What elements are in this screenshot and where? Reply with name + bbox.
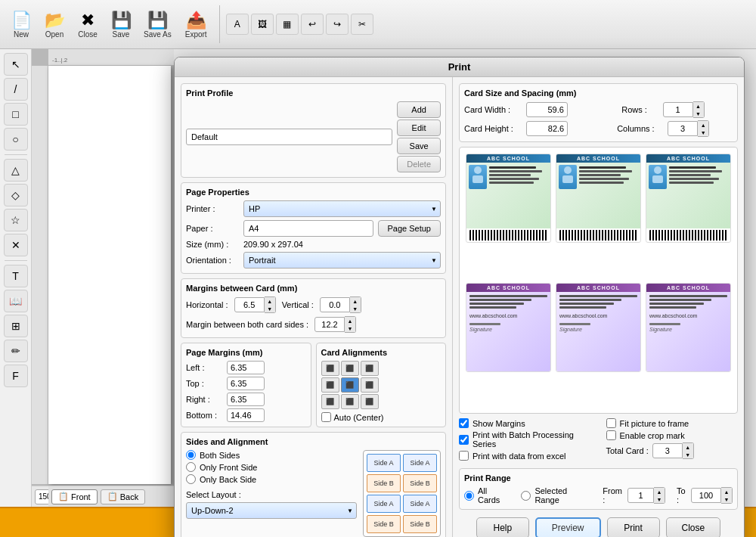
bottom-input[interactable] (227, 408, 265, 422)
delete-profile-btn[interactable]: Delete (397, 156, 441, 172)
rect-tool[interactable]: □ (4, 103, 28, 126)
vertical-up[interactable]: ▲ (350, 297, 361, 305)
preview-card-front-2: ABC SCHOOL (556, 154, 641, 243)
font-tool[interactable]: F (4, 365, 28, 387)
margin-both-input[interactable] (314, 317, 345, 332)
line-tool[interactable]: / (4, 78, 28, 101)
pen-tool[interactable]: ✏ (4, 340, 28, 362)
star-tool[interactable]: ☆ (4, 209, 28, 231)
horizontal-down[interactable]: ▼ (265, 305, 275, 312)
rows-input[interactable] (663, 102, 693, 117)
layout-preview: Side A Side A Side B Side B Side A Side … (363, 450, 441, 537)
open-label: Open (45, 30, 64, 39)
preview-btn[interactable]: Preview (535, 517, 601, 537)
right-input[interactable] (227, 393, 265, 406)
add-profile-btn[interactable]: Add (397, 101, 441, 118)
all-cards-radio[interactable] (464, 491, 474, 501)
card-width-input[interactable] (526, 102, 568, 117)
total-up[interactable]: ▲ (683, 443, 693, 451)
print-batch-cb[interactable] (459, 435, 469, 445)
paper-input[interactable] (243, 220, 373, 237)
bottom-label: Bottom : (186, 411, 224, 420)
total-down[interactable]: ▼ (683, 451, 693, 458)
both-sides-radio[interactable] (186, 450, 196, 460)
from-down[interactable]: ▼ (654, 495, 665, 503)
crop-tool[interactable]: ✂ (351, 14, 373, 35)
print-btn[interactable]: Print (607, 517, 660, 537)
margin-both-up[interactable]: ▲ (345, 317, 355, 324)
open-button[interactable]: 📂 Open (39, 8, 70, 42)
redo-tool[interactable]: ↪ (326, 14, 349, 35)
print-profile-section: Print Profile Add Edit Save Delete (181, 83, 446, 178)
new-button[interactable]: 📄 New (6, 8, 36, 42)
page-setup-btn[interactable]: Page Setup (378, 220, 442, 237)
tab-front[interactable]: 📋 Front (51, 489, 98, 504)
save-profile-btn[interactable]: Save (397, 138, 441, 154)
table-tool[interactable]: ⊞ (4, 315, 28, 337)
save-as-button[interactable]: 💾 Save As (139, 8, 176, 42)
left-input[interactable] (227, 361, 265, 374)
align-bc[interactable]: ⬛ (341, 394, 359, 409)
auto-center-cb[interactable] (321, 412, 331, 422)
barcode-tool[interactable]: ▦ (276, 14, 299, 35)
from-input[interactable] (627, 488, 654, 503)
align-bl[interactable]: ⬛ (321, 394, 339, 409)
to-up[interactable]: ▲ (721, 488, 732, 495)
selected-range-radio[interactable] (521, 491, 531, 501)
align-tc[interactable]: ⬛ (341, 361, 359, 376)
close-dialog-btn[interactable]: Close (666, 517, 721, 537)
close-button[interactable]: ✖ Close (73, 8, 103, 42)
to-input[interactable] (691, 488, 721, 503)
book-tool[interactable]: 📖 (4, 290, 28, 312)
margin-both-down[interactable]: ▼ (345, 324, 355, 332)
rows-up[interactable]: ▲ (693, 102, 704, 110)
layout-card-b1: Side B (367, 474, 401, 492)
align-mc[interactable]: ⬛ (341, 377, 359, 393)
from-up[interactable]: ▲ (654, 488, 665, 495)
diamond-tool[interactable]: ◇ (4, 184, 28, 206)
columns-input[interactable] (668, 121, 698, 136)
save-button[interactable]: 💾 Save (106, 8, 136, 42)
cols-down[interactable]: ▼ (698, 129, 708, 136)
printer-label: Printer : (186, 204, 239, 213)
new-icon: 📄 (11, 11, 32, 30)
triangle-tool[interactable]: △ (4, 159, 28, 182)
align-mr[interactable]: ⬛ (361, 377, 379, 393)
rows-down[interactable]: ▼ (693, 110, 704, 117)
export-button[interactable]: 📤 Export (179, 8, 213, 42)
text-tool-left[interactable]: T (4, 265, 28, 287)
total-card-input[interactable] (652, 443, 683, 458)
image-tool[interactable]: 🖼 (251, 14, 274, 35)
undo-tool[interactable]: ↩ (301, 14, 324, 35)
print-excel-cb[interactable] (459, 451, 469, 461)
front-only-radio[interactable] (186, 462, 196, 472)
edit-profile-btn[interactable]: Edit (397, 120, 441, 136)
align-br[interactable]: ⬛ (361, 394, 379, 409)
card-height-input[interactable] (526, 121, 568, 136)
cols-up[interactable]: ▲ (698, 121, 708, 129)
top-input[interactable] (227, 377, 265, 390)
vertical-down[interactable]: ▼ (350, 305, 361, 312)
orientation-select[interactable]: Portrait Landscape (243, 252, 441, 268)
align-tl[interactable]: ⬛ (321, 361, 339, 376)
new-label: New (14, 30, 29, 39)
tab-back[interactable]: 📋 Back (101, 489, 145, 504)
enable-crop-cb[interactable] (606, 430, 616, 440)
fit-picture-cb[interactable] (606, 418, 616, 428)
text-tool[interactable]: A (226, 14, 249, 35)
back-only-radio[interactable] (186, 474, 196, 484)
layout-select[interactable]: Up-Down-2 (186, 502, 357, 519)
horizontal-input[interactable] (234, 297, 265, 312)
help-btn[interactable]: Help (476, 517, 529, 537)
show-margins-cb[interactable] (459, 418, 469, 428)
vertical-input[interactable] (320, 297, 350, 312)
align-tr[interactable]: ⬛ (361, 361, 379, 376)
select-tool[interactable]: ↖ (4, 53, 28, 76)
printer-select[interactable]: HP (243, 200, 441, 217)
x-tool[interactable]: ✕ (4, 234, 28, 256)
oval-tool[interactable]: ○ (4, 128, 28, 151)
align-ml[interactable]: ⬛ (321, 377, 339, 393)
profile-input[interactable] (186, 129, 392, 145)
to-down[interactable]: ▼ (721, 495, 732, 503)
horizontal-up[interactable]: ▲ (265, 297, 275, 305)
